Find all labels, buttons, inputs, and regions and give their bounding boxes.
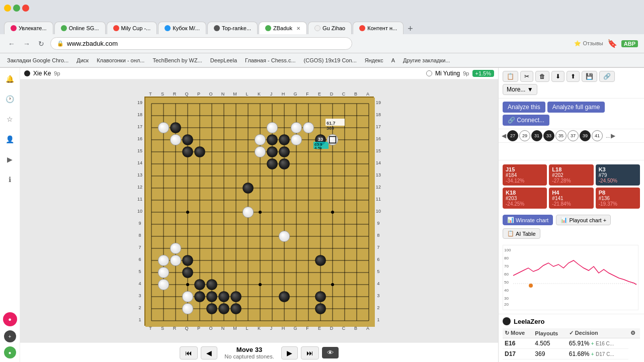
move-chip-33[interactable]: 33 <box>543 130 554 141</box>
upload-button[interactable]: ⬆ <box>567 71 580 82</box>
back-button[interactable]: ← <box>6 38 17 50</box>
move-chip-27[interactable]: 27 <box>507 130 518 141</box>
bookmark-7[interactable]: Яндекс <box>362 56 386 64</box>
col-label-M: M <box>229 92 241 97</box>
analyze-full-button[interactable]: Analyze full game <box>547 102 605 113</box>
eye-button[interactable]: 👁 <box>322 347 339 358</box>
suggestion-5[interactable]: P8 #136 -19.37% <box>596 188 640 209</box>
col-label-T: T <box>144 92 156 97</box>
sidebar-icon-notifications[interactable]: 🔔 <box>3 72 17 86</box>
go-board[interactable] <box>144 97 374 326</box>
col-decision[interactable]: ✓ Decision <box>567 328 629 338</box>
white-player-rank: 9p <box>463 70 469 76</box>
suggestion-3[interactable]: K18 #203 -24.25% <box>503 188 547 209</box>
bookmark-1[interactable]: Диск <box>73 56 92 64</box>
ai-table-button[interactable]: 📋 AI Table <box>503 228 540 239</box>
black-player-rank: 9p <box>54 70 60 76</box>
reviews-link[interactable]: ⭐ Отзывы <box>574 40 603 47</box>
more-button[interactable]: More... ▼ <box>503 84 537 95</box>
tab-5[interactable]: ZBaduk ✕ <box>259 22 307 34</box>
connect-button[interactable]: 🔗 Connect... <box>503 115 549 126</box>
bookmark-5[interactable]: Главная - Chess.c... <box>242 56 299 64</box>
col-label-S: S <box>156 92 169 97</box>
leela-row-0[interactable]: E16 4.505 65.91% + E16 C... <box>503 338 640 349</box>
save-button[interactable]: 💾 <box>582 71 597 82</box>
col-playouts: Playouts <box>533 328 567 338</box>
bookmark-3[interactable]: TechBench by WZ... <box>149 56 205 64</box>
cut-button[interactable]: ✂ <box>520 71 533 82</box>
tab-label-6: Gu Zihao <box>323 25 345 31</box>
first-move-button[interactable]: ⏮ <box>180 346 198 359</box>
row-9: 9 <box>135 217 144 229</box>
move-chips-dots: ... <box>606 133 610 139</box>
move-chip-41[interactable]: 41 <box>592 130 603 141</box>
bookmark-6[interactable]: (CGOS) 19x19 Con... <box>301 56 360 64</box>
tab-2[interactable]: Mily Cup -... <box>107 22 157 34</box>
sidebar-icon-play[interactable]: ▶ <box>3 152 17 166</box>
bookmark-9[interactable]: Другие закладки... <box>400 56 453 64</box>
suggestion-1[interactable]: L18 #202 -27.28% <box>549 164 593 186</box>
sidebar-icon-history[interactable]: 🕐 <box>3 92 17 106</box>
analyze-this-button[interactable]: Analyze this <box>503 102 545 113</box>
abp-icon[interactable]: ABP <box>621 40 638 47</box>
url-box[interactable]: 🔒 www.zbaduk.com <box>50 37 352 50</box>
scroll-left-button[interactable]: ◀ <box>502 132 506 139</box>
bookmark-2[interactable]: Клавогонки - онл... <box>94 56 147 64</box>
tab-7[interactable]: Контент н... <box>353 22 404 34</box>
sidebar-plus[interactable]: + <box>4 330 16 342</box>
link-button[interactable]: 🔗 <box>599 71 615 82</box>
delete-button[interactable]: 🗑 <box>535 71 549 82</box>
new-tab-button[interactable]: + <box>405 24 416 34</box>
prev-move-button[interactable]: ◀ <box>201 346 217 359</box>
next-move-button[interactable]: ▶ <box>281 346 298 359</box>
tab-6[interactable]: Gu Zihao <box>308 22 352 34</box>
tab-close-5[interactable]: ✕ <box>296 26 300 31</box>
tab-3[interactable]: Кубок М/... <box>158 22 206 34</box>
suggestion-0[interactable]: J15 #184 -34.12% <box>503 164 547 186</box>
sidebar-icon-user[interactable]: 👤 <box>3 132 17 146</box>
last-move-button[interactable]: ⏭ <box>301 346 319 359</box>
suggestion-0-move: J15 <box>506 166 544 172</box>
close-button[interactable] <box>22 5 29 12</box>
moves-scroll: ◀ 27 29 31 33 35 37 39 41 ... ▶ <box>499 129 644 143</box>
move-chip-35[interactable]: 35 <box>555 130 567 141</box>
tab-4[interactable]: Top-ranke... <box>207 22 258 34</box>
board-controls: ⏮ ◀ Move 33 No captured stones. ▶ ⏭ 👁 <box>20 342 498 362</box>
copy-button[interactable]: 📋 <box>503 71 518 82</box>
move-chip-39[interactable]: 39 <box>580 130 591 141</box>
bookmark-icon[interactable]: 🔖 <box>607 39 617 48</box>
board-and-row-labels: 19 18 17 16 15 14 13 12 11 10 9 8 7 6 <box>135 97 383 326</box>
minimize-button[interactable] <box>4 5 11 12</box>
leela-row-1[interactable]: D17 369 61.68% + D17 C... <box>503 349 640 359</box>
sidebar-icon-info[interactable]: ℹ <box>3 172 17 187</box>
suggestion-2[interactable]: K3 #79 -24.50% <box>596 164 640 186</box>
scroll-right-button[interactable]: ▶ <box>611 132 615 139</box>
row-14: 14 <box>135 157 144 169</box>
winrate-chart-svg: 100 80 70 60 50 40 30 20 <box>503 245 638 310</box>
suggestion-4[interactable]: H4 #141 -21.84% <box>549 188 593 209</box>
analyze-row: Analyze this Analyze full game 🔗 Connect… <box>499 99 644 129</box>
reload-button[interactable]: ↻ <box>36 38 46 50</box>
toolbar-row: 📋 ✂ 🗑 ⬇ ⬆ 💾 🔗 More... ▼ <box>499 68 644 99</box>
bookmark-8[interactable]: А <box>388 56 398 64</box>
avatar-bottom[interactable]: ● <box>3 312 17 326</box>
col-refresh[interactable]: ↻ Move <box>503 328 533 338</box>
forward-button[interactable]: → <box>21 38 32 50</box>
tab-1[interactable]: Online SG... <box>54 22 106 34</box>
bookmark-4[interactable]: DeepLeela <box>207 56 240 64</box>
tabs-bar: Увлекате... Online SG... Mily Cup -... К… <box>0 16 644 34</box>
svg-text:80: 80 <box>504 256 509 260</box>
suggestion-1-num: #202 <box>552 172 590 178</box>
col-labels-top: T S R Q P O N M L K J H G F E D C <box>144 92 383 97</box>
move-chip-37[interactable]: 37 <box>568 130 579 141</box>
sidebar-icon-starred[interactable]: ☆ <box>3 112 17 126</box>
leela-playouts-1: 369 <box>533 349 567 359</box>
download-button[interactable]: ⬇ <box>551 71 565 82</box>
maximize-button[interactable] <box>13 5 20 12</box>
playout-chart-button[interactable]: 📊 Playout chart + <box>556 215 611 225</box>
move-chip-29[interactable]: 29 <box>519 130 530 141</box>
move-chip-31[interactable]: 31 <box>531 130 542 141</box>
winrate-chart-button[interactable]: 📊 Winrate chart <box>503 215 553 225</box>
tab-0[interactable]: Увлекате... <box>4 22 53 34</box>
bookmark-0[interactable]: Закладки Google Chro... <box>4 56 71 64</box>
